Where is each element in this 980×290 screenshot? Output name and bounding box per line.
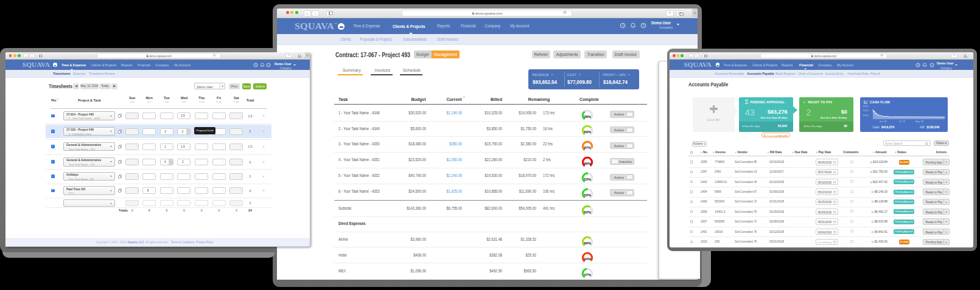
svg-text:?: ? bbox=[268, 64, 270, 67]
svg-text:?: ? bbox=[931, 63, 933, 66]
svg-text:?: ? bbox=[642, 24, 644, 27]
